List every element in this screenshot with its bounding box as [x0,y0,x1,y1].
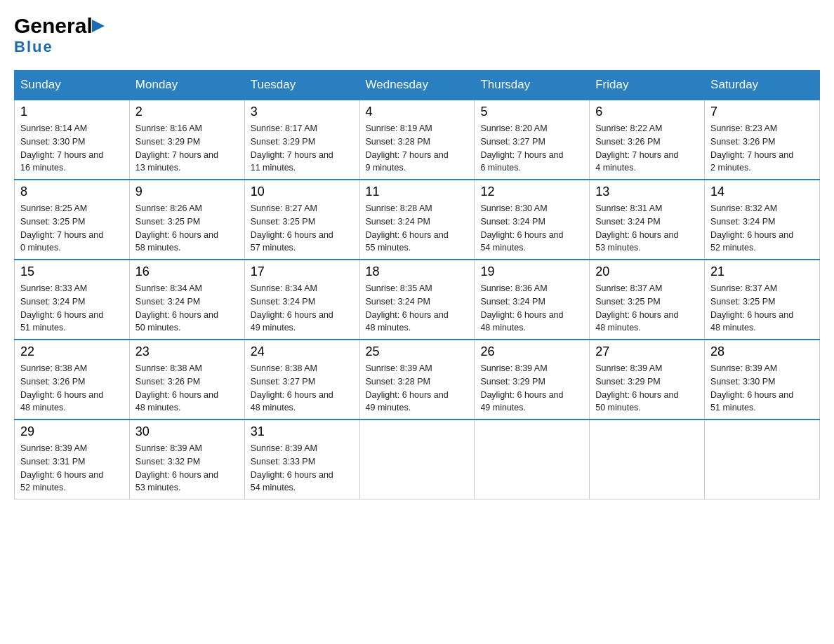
calendar-cell: 4 Sunrise: 8:19 AMSunset: 3:28 PMDayligh… [359,100,475,180]
day-number: 29 [20,424,124,439]
calendar-cell: 10 Sunrise: 8:27 AMSunset: 3:25 PMDaylig… [244,180,359,260]
day-number: 20 [595,264,699,279]
day-number: 15 [20,264,124,279]
week-row-3: 15 Sunrise: 8:33 AMSunset: 3:24 PMDaylig… [15,260,820,340]
weekday-header-row: SundayMondayTuesdayWednesdayThursdayFrid… [15,71,820,100]
day-number: 21 [710,264,814,279]
day-number: 8 [20,185,124,199]
weekday-header-saturday: Saturday [705,71,820,100]
day-info: Sunrise: 8:39 AMSunset: 3:29 PMDaylight:… [595,362,699,415]
calendar-cell [705,420,820,499]
calendar-cell: 15 Sunrise: 8:33 AMSunset: 3:24 PMDaylig… [15,260,130,340]
calendar-cell: 23 Sunrise: 8:38 AMSunset: 3:26 PMDaylig… [129,340,244,420]
day-number: 16 [135,264,239,279]
day-number: 3 [251,105,354,119]
day-number: 28 [710,344,814,359]
day-number: 14 [710,185,814,199]
day-number: 6 [595,105,699,119]
day-info: Sunrise: 8:23 AMSunset: 3:26 PMDaylight:… [710,122,814,175]
day-info: Sunrise: 8:37 AMSunset: 3:25 PMDaylight:… [710,282,814,335]
calendar-cell: 25 Sunrise: 8:39 AMSunset: 3:28 PMDaylig… [359,340,475,420]
day-info: Sunrise: 8:30 AMSunset: 3:24 PMDaylight:… [480,202,583,255]
calendar-cell: 13 Sunrise: 8:31 AMSunset: 3:24 PMDaylig… [590,180,705,260]
day-info: Sunrise: 8:39 AMSunset: 3:30 PMDaylight:… [710,362,814,415]
day-info: Sunrise: 8:26 AMSunset: 3:25 PMDaylight:… [135,202,239,255]
calendar-cell: 19 Sunrise: 8:36 AMSunset: 3:24 PMDaylig… [475,260,590,340]
calendar-cell: 29 Sunrise: 8:39 AMSunset: 3:31 PMDaylig… [15,420,130,499]
week-row-2: 8 Sunrise: 8:25 AMSunset: 3:25 PMDayligh… [15,180,820,260]
calendar-cell: 31 Sunrise: 8:39 AMSunset: 3:33 PMDaylig… [244,420,359,499]
week-row-1: 1 Sunrise: 8:14 AMSunset: 3:30 PMDayligh… [15,100,820,180]
day-info: Sunrise: 8:38 AMSunset: 3:26 PMDaylight:… [20,362,124,415]
day-number: 22 [20,344,124,359]
calendar-table: SundayMondayTuesdayWednesdayThursdayFrid… [14,70,820,499]
calendar-cell: 21 Sunrise: 8:37 AMSunset: 3:25 PMDaylig… [705,260,820,340]
day-info: Sunrise: 8:34 AMSunset: 3:24 PMDaylight:… [135,282,239,335]
day-info: Sunrise: 8:32 AMSunset: 3:24 PMDaylight:… [710,202,814,255]
calendar-cell: 28 Sunrise: 8:39 AMSunset: 3:30 PMDaylig… [705,340,820,420]
logo: General Blue [14,14,106,56]
logo-general-text: General [14,14,93,38]
day-info: Sunrise: 8:33 AMSunset: 3:24 PMDaylight:… [20,282,124,335]
day-number: 4 [366,105,469,119]
day-number: 13 [595,185,699,199]
day-info: Sunrise: 8:37 AMSunset: 3:25 PMDaylight:… [595,282,699,335]
day-info: Sunrise: 8:34 AMSunset: 3:24 PMDaylight:… [251,282,354,335]
day-info: Sunrise: 8:36 AMSunset: 3:24 PMDaylight:… [480,282,583,335]
day-info: Sunrise: 8:20 AMSunset: 3:27 PMDaylight:… [480,122,583,175]
day-info: Sunrise: 8:39 AMSunset: 3:31 PMDaylight:… [20,442,124,495]
calendar-header: SundayMondayTuesdayWednesdayThursdayFrid… [15,71,820,100]
calendar-cell: 14 Sunrise: 8:32 AMSunset: 3:24 PMDaylig… [705,180,820,260]
day-number: 10 [251,185,354,199]
calendar-cell: 9 Sunrise: 8:26 AMSunset: 3:25 PMDayligh… [129,180,244,260]
day-number: 19 [480,264,583,279]
calendar-cell: 20 Sunrise: 8:37 AMSunset: 3:25 PMDaylig… [590,260,705,340]
day-number: 12 [480,185,583,199]
day-info: Sunrise: 8:28 AMSunset: 3:24 PMDaylight:… [366,202,469,255]
day-info: Sunrise: 8:39 AMSunset: 3:29 PMDaylight:… [480,362,583,415]
day-info: Sunrise: 8:38 AMSunset: 3:26 PMDaylight:… [135,362,239,415]
weekday-header-tuesday: Tuesday [244,71,359,100]
day-number: 17 [251,264,354,279]
weekday-header-friday: Friday [590,71,705,100]
day-number: 27 [595,344,699,359]
calendar-cell: 8 Sunrise: 8:25 AMSunset: 3:25 PMDayligh… [15,180,130,260]
day-info: Sunrise: 8:27 AMSunset: 3:25 PMDaylight:… [251,202,354,255]
calendar-cell: 24 Sunrise: 8:38 AMSunset: 3:27 PMDaylig… [244,340,359,420]
day-number: 2 [135,105,239,119]
calendar-cell: 3 Sunrise: 8:17 AMSunset: 3:29 PMDayligh… [244,100,359,180]
calendar-cell: 18 Sunrise: 8:35 AMSunset: 3:24 PMDaylig… [359,260,475,340]
calendar-cell: 12 Sunrise: 8:30 AMSunset: 3:24 PMDaylig… [475,180,590,260]
calendar-cell: 17 Sunrise: 8:34 AMSunset: 3:24 PMDaylig… [244,260,359,340]
calendar-cell: 1 Sunrise: 8:14 AMSunset: 3:30 PMDayligh… [15,100,130,180]
day-number: 9 [135,185,239,199]
logo-blue-text: Blue [14,38,53,56]
weekday-header-sunday: Sunday [15,71,130,100]
calendar-cell: 22 Sunrise: 8:38 AMSunset: 3:26 PMDaylig… [15,340,130,420]
calendar-cell: 6 Sunrise: 8:22 AMSunset: 3:26 PMDayligh… [590,100,705,180]
day-number: 24 [251,344,354,359]
calendar-cell: 16 Sunrise: 8:34 AMSunset: 3:24 PMDaylig… [129,260,244,340]
day-number: 31 [251,424,354,439]
calendar-cell: 11 Sunrise: 8:28 AMSunset: 3:24 PMDaylig… [359,180,475,260]
day-number: 30 [135,424,239,439]
calendar-cell: 7 Sunrise: 8:23 AMSunset: 3:26 PMDayligh… [705,100,820,180]
calendar-cell: 27 Sunrise: 8:39 AMSunset: 3:29 PMDaylig… [590,340,705,420]
day-number: 23 [135,344,239,359]
day-info: Sunrise: 8:25 AMSunset: 3:25 PMDaylight:… [20,202,124,255]
day-info: Sunrise: 8:31 AMSunset: 3:24 PMDaylight:… [595,202,699,255]
page-header: General Blue [14,14,820,56]
day-number: 11 [366,185,469,199]
weekday-header-monday: Monday [129,71,244,100]
day-number: 5 [480,105,583,119]
calendar-cell: 5 Sunrise: 8:20 AMSunset: 3:27 PMDayligh… [475,100,590,180]
day-info: Sunrise: 8:39 AMSunset: 3:32 PMDaylight:… [135,442,239,495]
svg-marker-0 [92,20,105,32]
day-info: Sunrise: 8:38 AMSunset: 3:27 PMDaylight:… [251,362,354,415]
day-info: Sunrise: 8:19 AMSunset: 3:28 PMDaylight:… [366,122,469,175]
day-info: Sunrise: 8:39 AMSunset: 3:33 PMDaylight:… [251,442,354,495]
week-row-5: 29 Sunrise: 8:39 AMSunset: 3:31 PMDaylig… [15,420,820,499]
logo-arrow-icon [91,18,106,34]
weekday-header-wednesday: Wednesday [359,71,475,100]
day-info: Sunrise: 8:39 AMSunset: 3:28 PMDaylight:… [366,362,469,415]
